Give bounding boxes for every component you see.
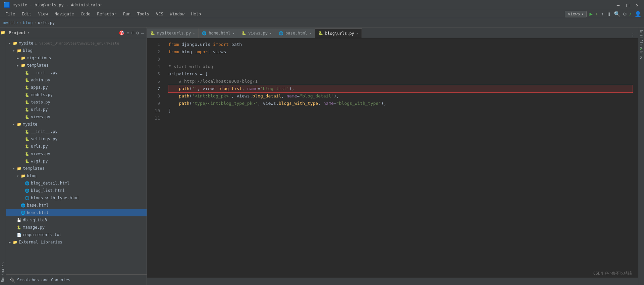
- menu-view[interactable]: View: [36, 11, 51, 17]
- menu-navigate[interactable]: Navigate: [52, 11, 77, 17]
- minimize-sidebar-icon[interactable]: —: [141, 30, 144, 35]
- tree-item-mysite-init-py[interactable]: 🐍 __init__.py: [6, 128, 147, 135]
- line-number: 3: [147, 56, 160, 63]
- maximize-button[interactable]: □: [624, 2, 631, 8]
- tab-base-html[interactable]: 🌐 base.html ✕: [275, 28, 315, 38]
- tree-item-label: __init__.py: [31, 70, 57, 75]
- tab-views-py[interactable]: 🐍 views.py ✕: [238, 28, 275, 38]
- project-icon[interactable]: 📁: [0, 30, 5, 35]
- settings-icon[interactable]: ⚙: [623, 11, 627, 17]
- power-icon[interactable]: ⚡: [629, 11, 632, 17]
- menu-bar: File Edit View Navigate Code Refactor Ru…: [0, 10, 644, 18]
- tree-item-templates-blog[interactable]: ▾ 📁 blog: [6, 172, 147, 180]
- tree-item-init-py[interactable]: 🐍 __init__.py: [6, 69, 147, 76]
- menu-run[interactable]: Run: [120, 11, 133, 17]
- tree-item-blog[interactable]: ▾ 📁 blog: [6, 47, 147, 54]
- tab-close-button[interactable]: ✕: [193, 31, 195, 35]
- menu-code[interactable]: Code: [78, 11, 93, 17]
- tab-close-button[interactable]: ✕: [356, 31, 358, 35]
- minimize-button[interactable]: —: [615, 2, 622, 8]
- tree-item-settings-py[interactable]: 🐍 settings.py: [6, 135, 147, 143]
- user-icon[interactable]: 👤: [635, 11, 641, 17]
- menu-file[interactable]: File: [3, 11, 18, 17]
- views-dropdown[interactable]: views ▾: [565, 11, 587, 17]
- py-icon: 🐍: [25, 130, 30, 134]
- menu-refactor[interactable]: Refactor: [94, 11, 119, 17]
- tree-item-mysite-root[interactable]: ▾ 📁 mysite E:\about_Django\test\mysite_e…: [6, 40, 147, 47]
- tree-arrow: ▾: [13, 123, 17, 126]
- tree-item-label: wsgi.py: [31, 159, 48, 163]
- tree-item-models-py[interactable]: 🐍 models.py: [6, 91, 147, 98]
- code-area[interactable]: from django.urls import path from blog i…: [163, 38, 638, 278]
- line-number: 6: [147, 78, 160, 85]
- menu-window[interactable]: Window: [167, 11, 187, 17]
- more-tabs-icon[interactable]: ⋮: [631, 32, 635, 38]
- tree-item-apps-py[interactable]: 🐍 apps.py: [6, 84, 147, 91]
- tree-item-wsgi-py[interactable]: 🐍 wsgi.py: [6, 157, 147, 165]
- tree-item-label: mysite: [23, 122, 37, 127]
- tab-label: home.html: [209, 31, 230, 35]
- tree-item-requirements-txt[interactable]: 📄 requirements.txt: [6, 231, 147, 238]
- close-button[interactable]: ✕: [634, 2, 641, 8]
- tab-home-html[interactable]: 🌐 home.html ✕: [199, 28, 238, 38]
- views-dropdown-arrow: ▾: [581, 12, 584, 16]
- scratches-and-consoles[interactable]: 🔌 Scratches and Consoles: [6, 274, 147, 285]
- tree-item-mysite-views-py[interactable]: 🐍 views.py: [6, 150, 147, 157]
- run-button[interactable]: ▶: [589, 11, 593, 17]
- tree-item-db-sqlite3[interactable]: 💾 db.sqlite3: [6, 216, 147, 224]
- tree-item-blog-templates[interactable]: ▶ 📁 templates: [6, 62, 147, 69]
- tab-blog-urls-py[interactable]: 🐍 blog\urls.py ✕: [315, 28, 362, 38]
- tree-arrow: ▾: [13, 49, 17, 53]
- pause-button[interactable]: ⏸: [606, 11, 611, 17]
- breadcrumb-blog[interactable]: blog: [23, 20, 33, 25]
- search-icon[interactable]: 🔍: [614, 11, 621, 17]
- tree-item-base-html[interactable]: 🌐 base.html: [6, 202, 147, 209]
- tree-item-mysite-urls-py[interactable]: 🐍 urls.py: [6, 143, 147, 150]
- folder-icon: 📁: [17, 122, 21, 127]
- tree-item-label: migrations: [27, 56, 51, 60]
- tree-item-templates[interactable]: ▾ 📁 templates: [6, 165, 147, 172]
- collapse-icon[interactable]: ≡: [126, 30, 129, 35]
- tab-close-button[interactable]: ✕: [232, 31, 234, 35]
- gear-icon[interactable]: ⚙: [136, 30, 139, 35]
- download-button[interactable]: ⬇: [595, 11, 598, 17]
- tab-html-icon: 🌐: [202, 31, 207, 35]
- tree-item-blog-urls-py[interactable]: 🐍 urls.py: [6, 106, 147, 113]
- tree-item-blog-list-html[interactable]: 🌐 blog_list.html: [6, 187, 147, 194]
- window-controls[interactable]: — □ ✕: [615, 2, 641, 8]
- bookmark-side-icon[interactable]: Bookmarks: [1, 262, 5, 282]
- status-check-icon: ✓: [640, 46, 642, 51]
- tab-close-button[interactable]: ✕: [270, 31, 272, 35]
- tab-mysite-urls[interactable]: 🐍 mysite\urls.py ✕: [147, 28, 199, 38]
- tree-item-admin-py[interactable]: 🐍 admin.py: [6, 76, 147, 84]
- code-line-7: path('', views.blog_list, name='blog_lis…: [168, 85, 633, 92]
- breadcrumb-mysite[interactable]: mysite: [3, 20, 18, 25]
- menu-tools[interactable]: Tools: [135, 11, 152, 17]
- expand-icon[interactable]: ⊟: [131, 30, 134, 35]
- sidebar-dropdown-arrow[interactable]: ▾: [28, 31, 30, 34]
- tree-item-label: db.sqlite3: [23, 218, 47, 222]
- tree-item-external-libraries[interactable]: ▶ 📁 External Libraries: [6, 238, 147, 246]
- tree-item-blog-views-py[interactable]: 🐍 views.py: [6, 113, 147, 121]
- tree-arrow: ▾: [9, 42, 13, 45]
- menu-vcs[interactable]: VCS: [153, 11, 166, 17]
- menu-edit[interactable]: Edit: [19, 11, 34, 17]
- tree-item-migrations[interactable]: ▶ 📁 migrations: [6, 54, 147, 62]
- tree-item-home-html[interactable]: 🌐 home.html: [6, 209, 147, 216]
- tree-item-blogs-with-type-html[interactable]: 🌐 blogs_with_type.html: [6, 194, 147, 202]
- tree-item-blog-detail-html[interactable]: 🌐 blog_detail.html: [6, 180, 147, 187]
- py-icon: 🐍: [25, 93, 30, 97]
- locate-icon[interactable]: 🎯: [119, 30, 124, 35]
- tree-item-manage-py[interactable]: 🐍 manage.py: [6, 224, 147, 231]
- line-number: 2: [147, 48, 160, 56]
- tab-close-button[interactable]: ✕: [309, 31, 311, 35]
- upload-button[interactable]: ⬆: [601, 11, 603, 17]
- menu-help[interactable]: Help: [189, 11, 204, 17]
- py-icon: 🐍: [25, 108, 30, 112]
- editor-content: 1 2 3 4 5 6 7 8 9 10 11 from django.urls…: [147, 38, 638, 278]
- tree-item-mysite-folder[interactable]: ▾ 📁 mysite: [6, 121, 147, 128]
- views-label: views: [568, 12, 580, 16]
- tree-item-tests-py[interactable]: 🐍 tests.py: [6, 98, 147, 106]
- tree-item-label: base.html: [27, 203, 49, 208]
- py-icon: 🐍: [25, 137, 30, 141]
